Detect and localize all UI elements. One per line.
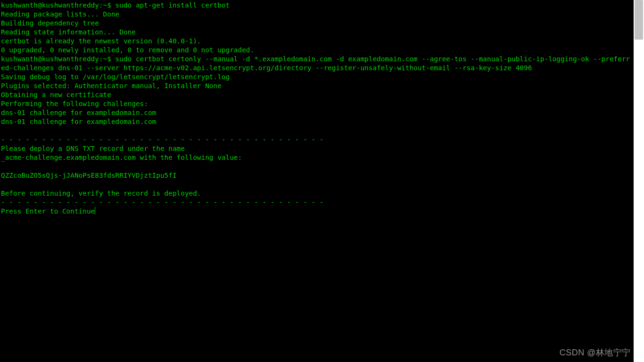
output-line: QZZcoBuZO5sQjs-jJANoPsE83fdsRRIYVDjztIpu…: [1, 172, 177, 179]
command-text: sudo apt-get install certbot: [116, 1, 230, 9]
output-line: Performing the following challenges:: [1, 100, 148, 107]
text-cursor: [95, 207, 95, 214]
output-line: certbot is already the newest version (0…: [1, 37, 201, 45]
output-line: dns-01 challenge for exampledomain.com: [1, 109, 156, 116]
output-line: - - - - - - - - - - - - - - - - - - - - …: [1, 136, 323, 143]
shell-prompt: kushwanth@kushwanthreddy:~$: [1, 1, 116, 9]
output-line: dns-01 challenge for exampledomain.com: [1, 118, 156, 125]
scrollbar-thumb[interactable]: [635, 0, 643, 40]
output-line: 0 upgraded, 0 newly installed, 0 to remo…: [1, 46, 254, 54]
input-prompt[interactable]: Press Enter to Continue: [1, 207, 95, 215]
output-line: Saving debug log to /var/log/letsencrypt…: [1, 73, 230, 81]
terminal-window[interactable]: kushwanth@kushwanthreddy:~$ sudo apt-get…: [0, 0, 634, 362]
output-line: Reading state information... Done: [1, 28, 136, 36]
output-line: Plugins selected: Authenticator manual, …: [1, 82, 222, 90]
scrollbar-track[interactable]: [634, 0, 644, 362]
screenshot-viewport: kushwanth@kushwanthreddy:~$ sudo apt-get…: [0, 0, 644, 362]
output-line: Before continuing, verify the record is …: [1, 189, 201, 197]
output-line: - - - - - - - - - - - - - - - - - - - - …: [1, 198, 323, 206]
output-line: Obtaining a new certificate: [1, 91, 111, 99]
output-line: Please deploy a DNS TXT record under the…: [1, 145, 185, 152]
output-line: Reading package lists... Done: [1, 10, 119, 18]
output-line: _acme-challenge.exampledomain.com with t…: [1, 154, 242, 161]
output-line: Building dependency tree: [1, 19, 99, 27]
shell-prompt: kushwanth@kushwanthreddy:~$: [1, 55, 116, 63]
